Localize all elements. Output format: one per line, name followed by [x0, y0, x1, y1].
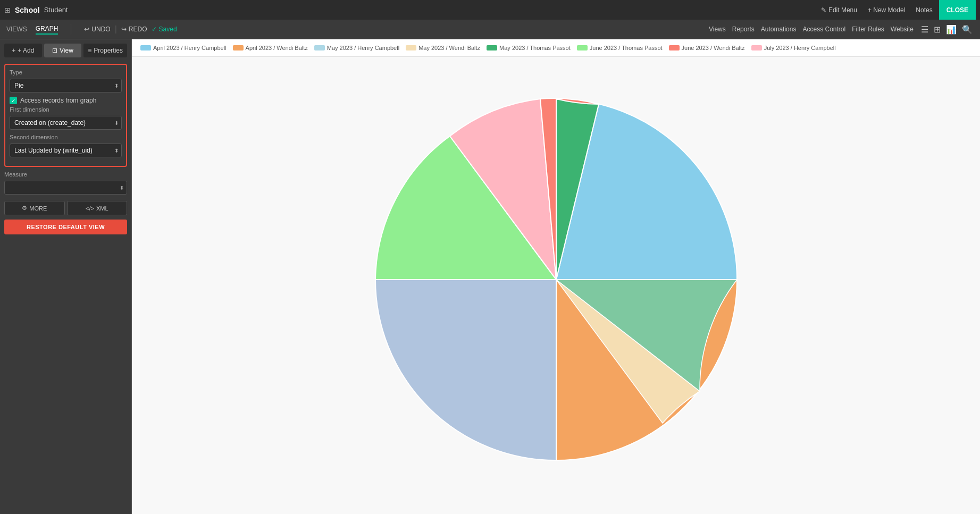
restore-default-view-button[interactable]: RESTORE DEFAULT VIEW	[4, 220, 127, 234]
pie-chart	[365, 88, 748, 471]
automations-button[interactable]: Automations	[761, 26, 797, 33]
access-control-button[interactable]: Access Control	[802, 26, 845, 33]
legend: April 2023 / Henry CampbellApril 2023 / …	[132, 39, 980, 57]
top-nav-left: ⊞ School Student	[4, 6, 68, 14]
notes-button[interactable]: Notes	[911, 4, 936, 16]
legend-item-label: April 2023 / Wendi Baltz	[246, 45, 308, 51]
access-records-checkbox[interactable]: ✓	[10, 97, 17, 104]
legend-item-label: May 2023 / Henry Campbell	[327, 45, 399, 51]
app-grid-icon[interactable]: ⊞	[4, 6, 11, 14]
edit-menu-button[interactable]: ✎ Edit Menu	[817, 4, 861, 16]
measure-select-wrapper: ⬍	[4, 181, 127, 195]
properties-tab-button[interactable]: ≡ Properties	[83, 44, 127, 57]
website-button[interactable]: Website	[891, 26, 914, 33]
edit-icon: ✎	[821, 6, 826, 14]
close-button[interactable]: CLOSE	[939, 0, 976, 20]
second-dimension-section: Second dimension Last Updated by (write_…	[10, 134, 122, 157]
view-icon: ⊡	[52, 47, 57, 54]
legend-item: May 2023 / Henry Campbell	[314, 45, 399, 51]
first-dimension-select[interactable]: Created on (create_date)	[10, 116, 122, 130]
second-dimension-select-wrapper: Last Updated by (write_uid) ⬍	[10, 144, 122, 157]
legend-item-label: July 2023 / Henry Campbell	[764, 45, 836, 51]
legend-item: May 2023 / Thomas Passot	[487, 45, 571, 51]
measure-section: Measure ⬍	[4, 171, 127, 195]
legend-color-swatch	[577, 45, 588, 50]
legend-color-swatch	[314, 45, 325, 50]
app-name: School	[15, 6, 40, 14]
first-dimension-label: First dimension	[10, 106, 122, 113]
legend-item: June 2023 / Thomas Passot	[577, 45, 663, 51]
add-tab-button[interactable]: + + Add	[4, 44, 42, 57]
settings-icon: ⚙	[22, 205, 27, 212]
list-view-icon[interactable]: ☰	[920, 23, 929, 36]
chart-area: April 2023 / Henry CampbellApril 2023 / …	[132, 39, 980, 514]
more-button[interactable]: ⚙ MORE	[4, 201, 65, 215]
top-navbar: ⊞ School Student ✎ Edit Menu + New Model…	[0, 0, 980, 20]
secondary-toolbar: VIEWS GRAPH ↩ UNDO | ↪ REDO ✓ Saved View…	[0, 20, 980, 39]
main-layout: + + Add ⊡ View ≡ Properties Type Pie Bar…	[0, 39, 980, 514]
legend-color-swatch	[669, 45, 680, 50]
action-buttons-row: ⚙ MORE </> XML	[4, 201, 127, 215]
legend-item-label: April 2023 / Henry Campbell	[153, 45, 227, 51]
code-icon: </>	[86, 205, 94, 212]
toolbar-left: VIEWS GRAPH ↩ UNDO | ↪ REDO ✓ Saved	[6, 24, 177, 35]
legend-color-swatch	[751, 45, 762, 50]
legend-item-label: June 2023 / Thomas Passot	[590, 45, 663, 51]
measure-select[interactable]	[4, 181, 127, 195]
legend-item: July 2023 / Henry Campbell	[751, 45, 836, 51]
xml-button[interactable]: </> XML	[67, 201, 128, 215]
first-dimension-select-wrapper: Created on (create_date) ⬍	[10, 116, 122, 130]
toolbar-right: Views Reports Automations Access Control…	[709, 23, 974, 36]
sidebar: + + Add ⊡ View ≡ Properties Type Pie Bar…	[0, 39, 132, 514]
legend-item: April 2023 / Henry Campbell	[140, 45, 227, 51]
top-nav-right: ✎ Edit Menu + New Model Notes CLOSE	[817, 0, 976, 20]
redo-button[interactable]: ↪ REDO	[121, 26, 147, 33]
chart-container	[132, 57, 980, 502]
search-icon[interactable]: 🔍	[961, 23, 974, 36]
undo-button[interactable]: ↩ UNDO	[84, 26, 110, 33]
views-button[interactable]: Views	[709, 26, 726, 33]
tab-graph[interactable]: GRAPH	[36, 24, 58, 35]
second-dimension-label: Second dimension	[10, 134, 122, 140]
legend-item-label: May 2023 / Thomas Passot	[499, 45, 571, 51]
check-icon: ✓	[11, 98, 15, 104]
second-dimension-select[interactable]: Last Updated by (write_uid)	[10, 144, 122, 157]
app-model: Student	[44, 6, 68, 14]
legend-item-label: May 2023 / Wendi Baltz	[418, 45, 480, 51]
plus-icon: +	[12, 47, 15, 54]
access-records-label: Access records from graph	[20, 97, 96, 104]
legend-item-label: June 2023 / Wendi Baltz	[682, 45, 745, 51]
undo-icon: ↩	[84, 26, 89, 33]
legend-color-swatch	[140, 45, 151, 50]
pie-slice-3[interactable]	[375, 280, 556, 460]
view-tab-button[interactable]: ⊡ View	[44, 44, 82, 57]
legend-item: June 2023 / Wendi Baltz	[669, 45, 745, 51]
reports-button[interactable]: Reports	[732, 26, 755, 33]
first-dimension-section: First dimension Created on (create_date)…	[10, 106, 122, 130]
tab-views[interactable]: VIEWS	[6, 24, 27, 34]
redo-icon: ↪	[121, 26, 127, 33]
measure-label: Measure	[4, 171, 127, 178]
legend-color-swatch	[487, 45, 497, 50]
legend-color-swatch	[406, 45, 416, 50]
filter-rules-button[interactable]: Filter Rules	[852, 26, 884, 33]
access-records-row: ✓ Access records from graph	[10, 97, 122, 104]
properties-icon: ≡	[88, 47, 91, 54]
grid-view-icon[interactable]: ⊞	[933, 23, 942, 36]
type-select[interactable]: Pie Bar Line	[10, 79, 122, 92]
legend-color-swatch	[233, 45, 244, 50]
legend-item: May 2023 / Wendi Baltz	[406, 45, 480, 51]
chart-view-icon[interactable]: 📊	[945, 23, 958, 36]
view-icon-group: ☰ ⊞ 📊 🔍	[920, 23, 974, 36]
new-model-button[interactable]: + New Model	[864, 4, 909, 16]
checkmark-icon: ✓	[152, 26, 157, 33]
type-section: Type Pie Bar Line ⬍ ✓ Access records fro…	[4, 64, 127, 167]
type-label: Type	[10, 69, 122, 75]
sidebar-tabs: + + Add ⊡ View ≡ Properties	[4, 44, 127, 57]
type-select-wrapper: Pie Bar Line ⬍	[10, 79, 122, 92]
legend-item: April 2023 / Wendi Baltz	[233, 45, 308, 51]
toolbar-actions: ↩ UNDO | ↪ REDO ✓ Saved	[84, 24, 177, 34]
saved-badge: ✓ Saved	[152, 26, 177, 33]
